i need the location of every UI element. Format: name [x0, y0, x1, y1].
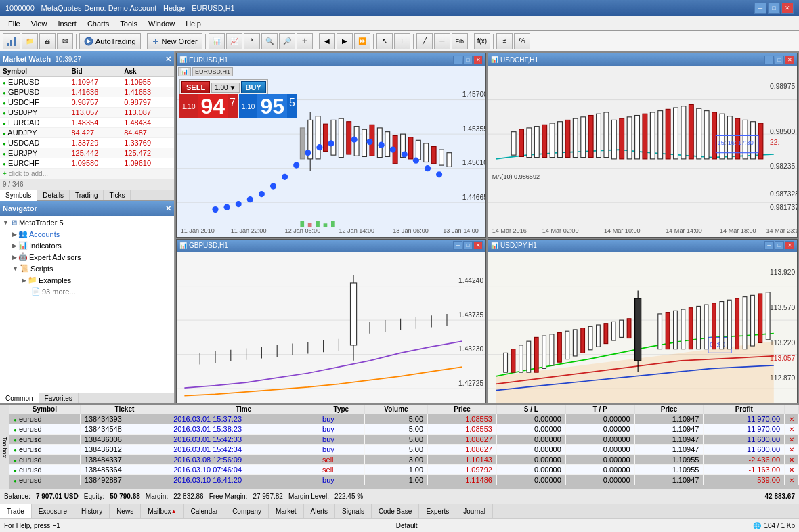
maximize-button[interactable]: □	[768, 3, 780, 14]
navigator-close[interactable]: ✕	[165, 204, 171, 213]
table-row[interactable]: ● eurusd 138484337 2016.03.08 12:56:09 s…	[9, 455, 799, 465]
toolbar-line[interactable]: ╱	[416, 33, 433, 49]
market-watch-row[interactable]: ● EURUSD 1.10947 1.10955	[0, 77, 174, 87]
col-open-price[interactable]: Price	[428, 405, 497, 414]
buy-button[interactable]: BUY	[241, 81, 266, 93]
menu-view[interactable]: View	[26, 18, 53, 29]
btab-market[interactable]: Market	[269, 504, 304, 518]
chart-usdjpy-close[interactable]: ✕	[785, 241, 794, 250]
nav-tab-common[interactable]: Common	[0, 393, 39, 403]
nav-tab-favorites[interactable]: Favorites	[39, 393, 79, 403]
lot-dropdown-icon[interactable]: ▼	[230, 84, 236, 91]
trade-delete[interactable]: ✕	[785, 424, 799, 435]
market-watch-row[interactable]: ● EURCAD 1.48354 1.48434	[0, 118, 174, 128]
toolbar-forward[interactable]: ▶	[337, 33, 353, 49]
btab-journal[interactable]: Journal	[456, 504, 493, 518]
chart-usdjpy-body[interactable]: 113.920 113.570 113.220 113.057 112.870	[488, 252, 797, 403]
btab-exposure[interactable]: Exposure	[32, 504, 74, 518]
table-row[interactable]: ● eurusd 138492887 2016.03.10 16:41:20 b…	[9, 475, 799, 485]
trade-delete[interactable]: ✕	[785, 455, 799, 465]
toolbar-fib[interactable]: Fib	[452, 33, 468, 49]
toolbar-crosshair2[interactable]: +	[394, 33, 410, 49]
market-watch-add[interactable]: + click to add...	[0, 169, 174, 179]
toolbar-zoom-in[interactable]: 🔍	[261, 33, 278, 49]
toolbar-hline[interactable]: ─	[434, 33, 450, 49]
chart-eurusd-min[interactable]: ─	[453, 56, 462, 64]
menu-tools[interactable]: Tools	[114, 18, 143, 29]
lot-selector[interactable]: 1.00 ▼	[211, 83, 239, 93]
toolbar-indicator[interactable]: f(x)	[474, 33, 490, 49]
chart-eurusd-max[interactable]: □	[463, 56, 473, 64]
btab-codebase[interactable]: Code Base	[372, 504, 419, 518]
trade-delete[interactable]: ✕	[785, 475, 799, 485]
menu-window[interactable]: Window	[143, 18, 180, 29]
trade-delete[interactable]: ✕	[785, 435, 799, 445]
col-type[interactable]: Type	[318, 405, 365, 414]
toolbar-chart-candle[interactable]: 🕯	[244, 33, 260, 49]
toolbox-button[interactable]: Toolbox	[0, 405, 9, 489]
close-button[interactable]: ✕	[781, 3, 794, 14]
btab-calendar[interactable]: Calendar	[184, 504, 226, 518]
col-sl[interactable]: S / L	[496, 405, 565, 414]
market-watch-row[interactable]: ● USDCHF 0.98757 0.98797	[0, 97, 174, 108]
market-watch-row[interactable]: ● USDJPY 113.057 113.087	[0, 108, 174, 118]
btab-news[interactable]: News	[110, 504, 141, 518]
toolbar-cursor[interactable]: ↖	[376, 33, 393, 49]
toolbar-scroll-right[interactable]: ⏩	[354, 33, 370, 49]
market-watch-row[interactable]: ● USDCAD 1.33729 1.33769	[0, 138, 174, 148]
chart-eurusd-close[interactable]: ✕	[473, 56, 483, 64]
toolbar-alerts[interactable]: ≠	[496, 33, 513, 49]
mw-tab-details[interactable]: Details	[37, 190, 70, 200]
toolbar-calc[interactable]: %	[514, 33, 530, 49]
col-time[interactable]: Time	[169, 405, 318, 414]
toolbar-email[interactable]: ✉	[57, 33, 73, 49]
menu-insert[interactable]: Insert	[52, 18, 82, 29]
mw-tab-ticks[interactable]: Ticks	[104, 190, 131, 200]
chart-usdjpy-min[interactable]: ─	[764, 241, 774, 250]
col-symbol[interactable]: Symbol	[9, 405, 80, 414]
mw-tab-symbols[interactable]: Symbols	[0, 190, 37, 201]
col-volume[interactable]: Volume	[364, 405, 427, 414]
toolbar-crosshair[interactable]: ✛	[297, 33, 313, 49]
chart-gbpusd-max[interactable]: □	[463, 241, 473, 250]
chart-eurusd-body[interactable]: 📊 EURUSD,H1 SELL 1.00 ▼ BUY	[177, 66, 485, 237]
new-order-button[interactable]: New Order	[147, 33, 202, 49]
market-watch-row[interactable]: ● AUDJPY 84.427 84.487	[0, 128, 174, 138]
col-price[interactable]: Price	[634, 405, 704, 414]
chart-gbpusd-body[interactable]: 1.44240 1.43735 1.43230 1.42725	[177, 252, 485, 403]
toolbar-zoom-out[interactable]: 🔎	[279, 33, 295, 49]
btab-history[interactable]: History	[74, 504, 110, 518]
trade-delete[interactable]: ✕	[785, 414, 799, 424]
btab-mailbox[interactable]: Mailbox ▲	[141, 504, 183, 518]
toolbar-back[interactable]: ◀	[319, 33, 335, 49]
market-watch-row[interactable]: ● GBPUSD 1.41636 1.41653	[0, 87, 174, 97]
btab-alerts[interactable]: Alerts	[304, 504, 336, 518]
menu-file[interactable]: File	[3, 18, 26, 29]
toolbar-save[interactable]: 📁	[22, 33, 38, 49]
minimize-button[interactable]: ─	[754, 3, 766, 14]
table-row[interactable]: ● eurusd 138436006 2016.03.01 15:42:33 b…	[9, 435, 799, 445]
mw-tab-trading[interactable]: Trading	[70, 190, 104, 200]
market-watch-row[interactable]: ● EURJPY 125.442 125.472	[0, 148, 174, 158]
btab-experts[interactable]: Experts	[419, 504, 456, 518]
btab-trade[interactable]: Trade	[0, 504, 32, 518]
col-profit[interactable]: Profit	[704, 405, 785, 414]
chart-gbpusd-min[interactable]: ─	[453, 241, 462, 250]
toolbar-chart-bar[interactable]: 📊	[209, 33, 225, 49]
menu-help[interactable]: Help	[180, 18, 207, 29]
sell-button[interactable]: SELL	[181, 81, 210, 93]
table-row[interactable]: ● eurusd 138485364 2016.03.10 07:46:04 s…	[9, 465, 799, 475]
market-watch-close[interactable]: ✕	[165, 55, 171, 64]
market-watch-row[interactable]: ● EURCHF 1.09580 1.09610	[0, 158, 174, 169]
btab-signals[interactable]: Signals	[335, 504, 372, 518]
chart-usdchf-min[interactable]: ─	[764, 56, 774, 64]
col-ticket[interactable]: Ticket	[80, 405, 169, 414]
chart-usdchf-max[interactable]: □	[775, 56, 784, 64]
table-row[interactable]: ● eurusd 138436012 2016.03.01 15:42:34 b…	[9, 445, 799, 455]
toolbar-chart-line[interactable]: 📈	[226, 33, 242, 49]
table-row[interactable]: ● eurusd 138434393 2016.03.01 15:37:23 b…	[9, 414, 799, 424]
autotrading-button[interactable]: AutoTrading	[79, 33, 141, 49]
trade-delete[interactable]: ✕	[785, 465, 799, 475]
chart-gbpusd-close[interactable]: ✕	[473, 241, 483, 250]
chart-usdchf-body[interactable]: 0.98975 0.98500 0.98235 0.987328 0.98173…	[488, 66, 797, 237]
